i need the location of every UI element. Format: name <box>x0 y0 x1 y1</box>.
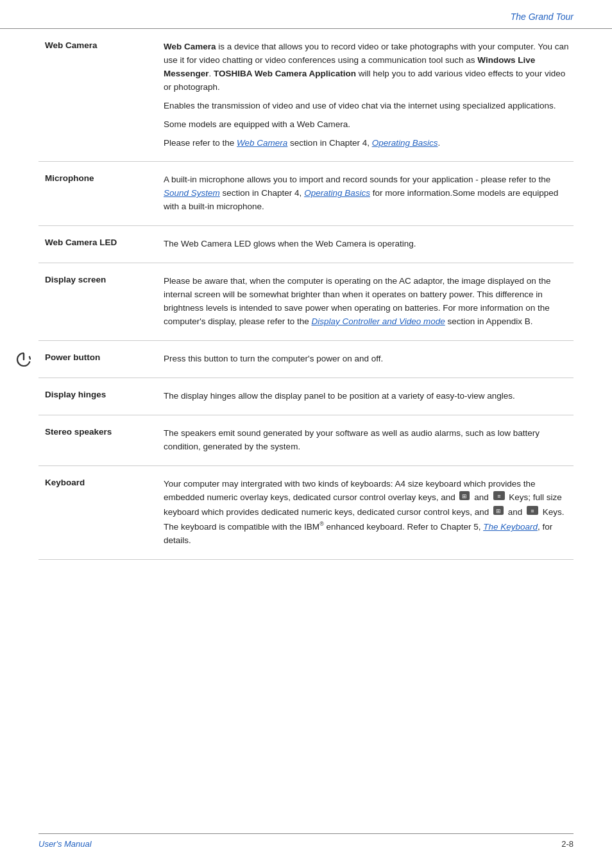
header-title: The Grand Tour <box>511 12 574 22</box>
power-icon <box>15 351 32 368</box>
svg-text:≡: ≡ <box>531 508 534 514</box>
footer-left: User's Manual <box>38 839 92 849</box>
def-microphone: A built-in microphone allows you to impo… <box>151 162 574 226</box>
link-the-keyboard[interactable]: The Keyboard <box>483 522 538 532</box>
term-web-camera-led: Web Camera LED <box>38 226 151 263</box>
page-footer: User's Manual 2-8 <box>38 833 574 849</box>
term-stereo-speakers: Stereo speakers <box>38 415 151 465</box>
content-table: Web Camera Web Camera is a device that a… <box>38 29 574 560</box>
table-row: Microphone A built-in microphone allows … <box>38 162 574 226</box>
footer-right: 2-8 <box>561 839 574 849</box>
term-web-camera: Web Camera <box>38 29 151 162</box>
page-header: The Grand Tour <box>0 0 612 29</box>
term-microphone: Microphone <box>38 162 151 226</box>
superscript-r: ® <box>319 521 324 527</box>
win-key-icon-1: ⊞ <box>459 490 470 505</box>
def-stereo-speakers: The speakers emit sound generated by you… <box>151 415 574 465</box>
link-sound-system[interactable]: Sound System <box>164 188 220 198</box>
def-web-camera: Web Camera is a device that allows you t… <box>151 29 574 162</box>
svg-text:⊞: ⊞ <box>496 508 501 514</box>
table-row: Power button Press this button to turn t… <box>38 340 574 378</box>
svg-text:⊞: ⊞ <box>462 493 467 499</box>
table-row: Web Camera LED The Web Camera LED glows … <box>38 226 574 263</box>
main-content: Web Camera Web Camera is a device that a… <box>0 29 612 560</box>
link-web-camera-section[interactable]: Web Camera <box>237 138 287 148</box>
menu-key-icon-2: ≡ <box>526 505 539 520</box>
def-display-hinges: The display hinges allow the display pan… <box>151 378 574 415</box>
def-keyboard: Your computer may intergrated with two k… <box>151 465 574 559</box>
table-row: Display screen Please be aware that, whe… <box>38 263 574 341</box>
table-row: Web Camera Web Camera is a device that a… <box>38 29 574 162</box>
link-operating-basics-2[interactable]: Operating Basics <box>304 188 370 198</box>
table-row: Display hinges The display hinges allow … <box>38 378 574 415</box>
svg-text:≡: ≡ <box>497 493 500 499</box>
table-row: Stereo speakers The speakers emit sound … <box>38 415 574 465</box>
term-keyboard: Keyboard <box>38 465 151 559</box>
term-display-hinges: Display hinges <box>38 378 151 415</box>
def-power-button: Press this button to turn the computer's… <box>151 340 574 378</box>
menu-key-icon-1: ≡ <box>493 490 506 505</box>
table-row: Keyboard Your computer may intergrated w… <box>38 465 574 559</box>
win-key-icon-2: ⊞ <box>493 505 504 520</box>
term-display-screen: Display screen <box>38 263 151 341</box>
def-web-camera-led: The Web Camera LED glows when the Web Ca… <box>151 226 574 263</box>
def-display-screen: Please be aware that, when the computer … <box>151 263 574 341</box>
term-power-button: Power button <box>38 340 151 378</box>
link-display-controller[interactable]: Display Controller and Video mode <box>311 317 445 326</box>
link-operating-basics-1[interactable]: Operating Basics <box>372 138 438 148</box>
